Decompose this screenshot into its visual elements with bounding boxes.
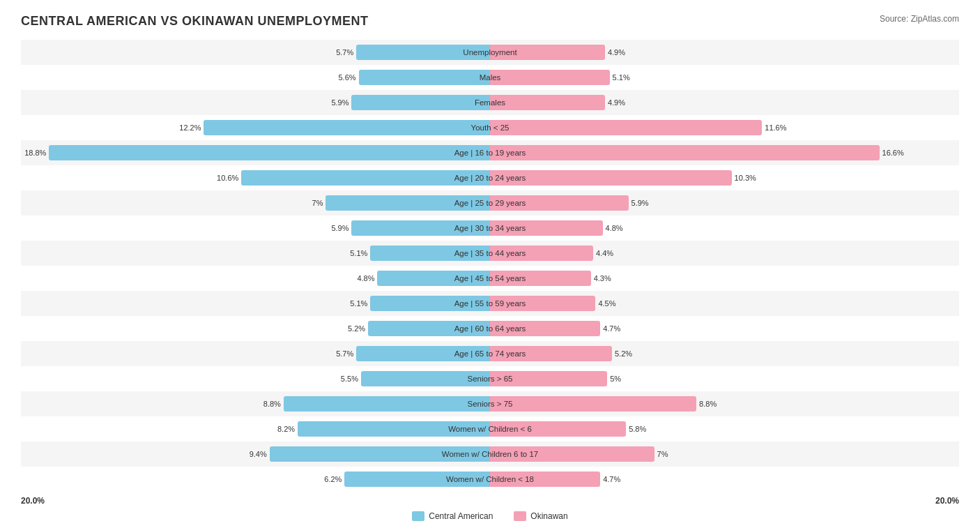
bar-center-label: Age | 25 to 29 years [454, 199, 526, 207]
left-section: 5.9% [21, 216, 490, 241]
bar-row: 5.6%5.1%Males [21, 65, 959, 90]
bar-center-label: Age | 45 to 54 years [454, 274, 526, 282]
bar-left: 8.8% [284, 396, 490, 412]
bar-row: 5.9%4.8%Age | 30 to 34 years [21, 216, 959, 241]
bar-row: 12.2%11.6%Youth < 25 [21, 115, 959, 140]
x-label-left: 20.0% [21, 496, 45, 506]
bar-row: 5.7%5.2%Age | 65 to 74 years [21, 341, 959, 366]
value-left: 10.6% [217, 174, 238, 182]
bar-row: 7%5.9%Age | 25 to 29 years [21, 190, 959, 216]
value-left: 8.2% [277, 425, 295, 433]
value-right: 5% [610, 375, 621, 383]
bar-center-label: Youth < 25 [471, 123, 510, 132]
bar-left: 5.6% [359, 70, 490, 85]
bar-right: 10.3% [490, 170, 732, 186]
chart-container: CENTRAL AMERICAN VS OKINAWAN UNEMPLOYMEN… [0, 0, 980, 528]
value-left: 5.1% [350, 299, 367, 308]
bar-row: 5.5%5%Seniors > 65 [21, 366, 959, 391]
bar-center-label: Unemployment [463, 48, 516, 56]
value-right: 5.1% [613, 73, 630, 82]
value-right: 4.5% [598, 299, 615, 308]
bar-center-label: Age | 30 to 34 years [454, 224, 526, 232]
legend-label-okinawan: Okinawan [530, 511, 567, 521]
value-left: 5.2% [348, 324, 365, 333]
left-section: 4.8% [21, 266, 490, 291]
value-right: 4.8% [606, 224, 623, 232]
right-section: 5.9% [490, 190, 959, 216]
bar-left: 18.8% [49, 145, 490, 160]
value-right: 5.8% [629, 425, 646, 433]
left-section: 18.8% [21, 140, 490, 165]
value-left: 6.2% [324, 475, 342, 483]
right-section: 4.8% [490, 216, 959, 241]
value-left: 5.1% [350, 249, 367, 257]
bar-center-label: Women w/ Children 6 to 17 [442, 450, 539, 458]
right-section: 5.2% [490, 341, 959, 366]
right-section: 11.6% [490, 115, 959, 140]
right-section: 10.3% [490, 165, 959, 190]
bar-center-label: Age | 35 to 44 years [454, 249, 526, 257]
left-section: 7% [21, 190, 490, 216]
left-section: 6.2% [21, 467, 490, 492]
value-left: 18.8% [24, 149, 46, 157]
right-section: 5.1% [490, 65, 959, 90]
value-right: 4.7% [603, 324, 620, 333]
legend-item-central-american: Central American [412, 511, 493, 521]
bar-left: 12.2% [204, 120, 490, 135]
chart-area: 5.7%4.9%Unemployment5.6%5.1%Males5.9%4.9… [21, 40, 959, 492]
bar-row: 18.8%16.6%Age | 16 to 19 years [21, 140, 959, 165]
right-section: 4.3% [490, 266, 959, 291]
x-axis: 20.0% 20.0% [21, 496, 959, 506]
bar-row: 4.8%4.3%Age | 45 to 54 years [21, 266, 959, 291]
bar-center-label: Age | 55 to 59 years [454, 299, 526, 308]
right-section: 4.7% [490, 316, 959, 341]
value-right: 7% [657, 450, 668, 458]
bar-center-label: Seniors > 75 [468, 400, 513, 408]
value-right: 4.4% [596, 249, 613, 257]
right-section: 16.6% [490, 140, 959, 165]
left-section: 8.8% [21, 391, 490, 416]
value-left: 5.6% [338, 73, 355, 82]
value-right: 10.3% [735, 174, 756, 182]
value-right: 16.6% [882, 149, 904, 157]
bar-right: 8.8% [490, 396, 696, 412]
bar-center-label: Age | 20 to 24 years [454, 174, 526, 182]
x-label-right: 20.0% [935, 496, 959, 506]
value-left: 5.9% [331, 224, 349, 232]
value-right: 11.6% [765, 123, 786, 132]
bar-row: 9.4%7%Women w/ Children 6 to 17 [21, 442, 959, 467]
chart-title: CENTRAL AMERICAN VS OKINAWAN UNEMPLOYMEN… [21, 14, 369, 29]
legend-label-central-american: Central American [429, 511, 493, 521]
bar-center-label: Women w/ Children < 18 [446, 475, 534, 483]
right-section: 4.7% [490, 467, 959, 492]
right-section: 4.4% [490, 241, 959, 266]
right-section: 5.8% [490, 416, 959, 442]
value-left: 9.4% [250, 450, 267, 458]
right-section: 7% [490, 442, 959, 467]
bar-left: 10.6% [241, 170, 490, 186]
right-section: 8.8% [490, 391, 959, 416]
left-section: 5.1% [21, 291, 490, 316]
value-left: 4.8% [357, 274, 374, 282]
left-section: 5.9% [21, 90, 490, 115]
value-left: 5.7% [336, 349, 353, 358]
bar-row: 10.6%10.3%Age | 20 to 24 years [21, 165, 959, 190]
bar-right: 11.6% [490, 120, 762, 135]
value-right: 4.9% [608, 98, 625, 107]
value-left: 12.2% [179, 123, 201, 132]
bar-row: 8.2%5.8%Women w/ Children < 6 [21, 416, 959, 442]
left-section: 5.7% [21, 40, 490, 65]
bar-right: 16.6% [490, 145, 880, 160]
value-right: 4.9% [608, 48, 625, 56]
value-left: 5.7% [336, 48, 353, 56]
bar-center-label: Women w/ Children < 6 [448, 425, 532, 433]
right-section: 5% [490, 366, 959, 391]
x-axis-left: 20.0% [21, 496, 490, 506]
bar-row: 6.2%4.7%Women w/ Children < 18 [21, 467, 959, 492]
left-section: 9.4% [21, 442, 490, 467]
bar-right: 4.9% [490, 95, 605, 110]
legend-box-pink [514, 511, 526, 521]
bar-row: 5.1%4.5%Age | 55 to 59 years [21, 291, 959, 316]
bar-row: 5.2%4.7%Age | 60 to 64 years [21, 316, 959, 341]
bar-center-label: Age | 16 to 19 years [454, 149, 526, 157]
